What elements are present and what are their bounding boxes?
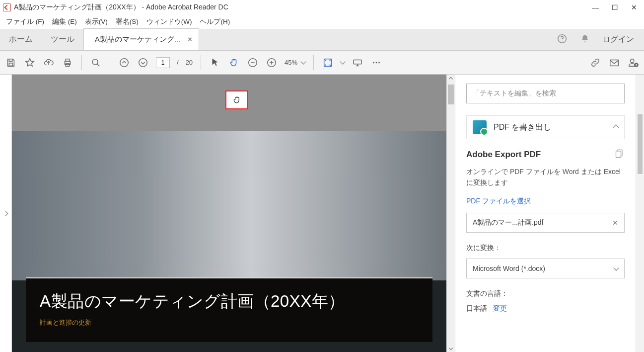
select-pdf-file-link[interactable]: PDF ファイルを選択	[466, 197, 625, 206]
keyboard-icon[interactable]	[352, 57, 363, 69]
doc-language-value: 日本語	[466, 304, 487, 312]
home-button[interactable]: ホーム	[0, 28, 42, 50]
hand-cursor-highlight	[225, 90, 248, 109]
notifications-icon[interactable]	[579, 33, 590, 46]
scroll-thumb[interactable]	[638, 114, 643, 174]
svg-point-8	[139, 58, 147, 67]
login-button[interactable]: ログイン	[602, 34, 634, 45]
menu-view[interactable]: 表示(V)	[81, 17, 112, 26]
menu-help[interactable]: ヘルプ(H)	[196, 17, 234, 26]
convert-to-label: 次に変換：	[466, 244, 625, 253]
document-tab[interactable]: A製品のマーケティング... ✕	[83, 28, 199, 50]
tools-search-input[interactable]: 「テキストを編集」を検索	[466, 84, 625, 103]
document-view[interactable]: A製品のマーケティング計画（20XX年） 計画と進捗の更新	[12, 75, 455, 352]
document-scrollbar[interactable]	[446, 75, 455, 352]
doc-language-label: 文書の言語：	[466, 289, 625, 298]
hand-tool-icon[interactable]	[228, 57, 240, 69]
page-total: 20	[186, 59, 193, 66]
export-pdf-icon	[473, 120, 487, 134]
svg-point-14	[376, 62, 377, 63]
tools-button[interactable]: ツール	[42, 28, 83, 50]
menu-edit[interactable]: 編集 (E)	[48, 17, 81, 26]
mail-icon[interactable]	[608, 57, 620, 69]
chevron-right-icon	[3, 211, 8, 216]
selected-file-name: A製品のマー...計画.pdf	[473, 218, 543, 227]
tab-strip: ホーム ツール A製品のマーケティング... ✕ ログイン	[0, 29, 644, 51]
files-icon[interactable]	[615, 148, 625, 161]
chevron-down-icon	[613, 265, 619, 270]
svg-rect-5	[66, 63, 69, 66]
toolbar-separator	[81, 55, 82, 70]
page-up-icon[interactable]	[118, 57, 130, 69]
toolbar-separator	[201, 55, 201, 70]
document-title-block: A製品のマーケティング計画（20XX年） 計画と進捗の更新	[26, 277, 432, 342]
svg-point-17	[631, 59, 634, 62]
chevron-down-icon[interactable]	[340, 59, 345, 64]
minimize-button[interactable]: —	[592, 3, 599, 11]
link-icon[interactable]	[589, 57, 601, 69]
window-controls: — ☐ ✕	[592, 3, 641, 11]
svg-rect-12	[354, 60, 362, 64]
toolbar-separator	[110, 55, 110, 70]
clear-file-button[interactable]: ✕	[612, 219, 618, 227]
print-icon[interactable]	[62, 57, 73, 69]
scroll-thumb[interactable]	[448, 85, 454, 104]
maximize-button[interactable]: ☐	[612, 3, 618, 11]
selected-file-box[interactable]: A製品のマー...計画.pdf ✕	[466, 213, 625, 233]
menu-file[interactable]: ファイル (F)	[2, 17, 48, 26]
search-placeholder: 「テキストを編集」を検索	[473, 89, 556, 98]
add-user-icon[interactable]	[627, 57, 639, 69]
page-number-input[interactable]	[156, 57, 170, 68]
document-tab-label: A製品のマーケティング...	[95, 35, 180, 44]
chevron-down-icon	[300, 59, 306, 64]
window-title: A製品のマーケティング計画（20XX年） - Adobe Acrobat Rea…	[14, 3, 228, 12]
page-separator: /	[177, 59, 179, 66]
svg-point-6	[92, 59, 98, 65]
document-subtitle: 計画と進捗の更新	[40, 319, 419, 327]
star-icon[interactable]	[24, 57, 36, 69]
svg-rect-20	[616, 151, 621, 158]
export-pdf-label: PDF を書き出し	[494, 122, 551, 133]
chevron-up-icon	[613, 124, 619, 131]
right-panel-scrollbar[interactable]	[636, 75, 644, 352]
menu-window[interactable]: ウィンドウ(W)	[143, 17, 196, 26]
toolbar-separator	[313, 55, 314, 70]
export-section-desc: オンラインで PDF ファイルを Word または Excel に変換します	[466, 167, 625, 188]
document-title: A製品のマーケティング計画（20XX年）	[40, 290, 419, 313]
scroll-up-button[interactable]	[447, 75, 455, 83]
more-icon[interactable]	[370, 57, 382, 69]
fit-page-icon[interactable]	[322, 57, 334, 69]
title-bar: A製品のマーケティング計画（20XX年） - Adobe Acrobat Rea…	[0, 0, 644, 15]
zoom-out-icon[interactable]	[247, 57, 259, 69]
svg-point-7	[120, 58, 129, 67]
convert-to-value: Microsoft Word (*.docx)	[473, 264, 545, 272]
svg-rect-16	[610, 60, 619, 66]
convert-to-select[interactable]: Microsoft Word (*.docx)	[466, 259, 625, 278]
app-icon	[3, 3, 11, 11]
search-icon[interactable]	[90, 57, 102, 69]
svg-point-1	[562, 40, 563, 41]
svg-rect-4	[66, 59, 69, 61]
scroll-down-button[interactable]	[447, 344, 455, 352]
tab-close-button[interactable]: ✕	[187, 36, 193, 43]
export-pdf-header[interactable]: PDF を書き出し	[466, 115, 625, 139]
svg-rect-2	[9, 63, 12, 66]
right-panel: 「テキストを編集」を検索 PDF を書き出し Adobe Export PDF …	[455, 75, 644, 352]
left-panel-toggle[interactable]	[0, 75, 12, 352]
save-icon[interactable]	[5, 57, 17, 69]
document-page: A製品のマーケティング計画（20XX年） 計画と進捗の更新	[12, 131, 446, 352]
document-hero-image	[12, 131, 446, 280]
menu-sign[interactable]: 署名(S)	[112, 17, 143, 26]
help-icon[interactable]	[557, 33, 568, 46]
svg-point-13	[373, 62, 374, 63]
cursor-icon[interactable]	[209, 57, 221, 69]
close-button[interactable]: ✕	[631, 3, 637, 11]
toolbar: / 20 45%	[0, 51, 644, 75]
change-language-link[interactable]: 変更	[493, 304, 507, 312]
page-down-icon[interactable]	[137, 57, 149, 69]
cloud-upload-icon[interactable]	[43, 57, 55, 69]
menu-bar: ファイル (F) 編集 (E) 表示(V) 署名(S) ウィンドウ(W) ヘルプ…	[0, 15, 644, 29]
zoom-in-icon[interactable]	[266, 57, 278, 69]
zoom-dropdown[interactable]: 45%	[285, 59, 305, 66]
main-area: A製品のマーケティング計画（20XX年） 計画と進捗の更新 「テキストを編集」を…	[0, 75, 644, 352]
